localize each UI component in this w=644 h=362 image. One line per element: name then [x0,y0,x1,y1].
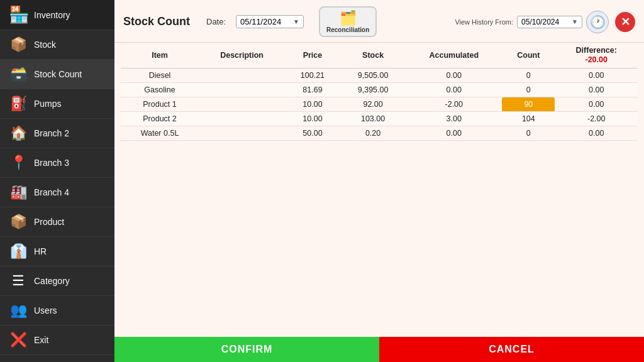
category-icon: ☰ [9,273,28,289]
history-date-input[interactable] [521,18,569,26]
stock-icon: 📦 [9,36,28,53]
history-date-dropdown-arrow[interactable]: ▼ [572,18,578,25]
sidebar-item-users[interactable]: 👥 Users [0,296,114,326]
page-title: Stock Count [123,15,190,28]
main-content: Stock Count Date: ▼ 🗂️ Reconciliation Vi… [114,0,644,362]
branch4-icon: 🏭 [9,184,28,200]
sidebar-item-branch4[interactable]: 🏭 Branch 4 [0,178,114,207]
stock-count-icon: 🗃️ [9,66,28,82]
reconciliation-button[interactable]: 🗂️ Reconciliation [319,6,377,37]
sidebar-item-label: Stock [34,40,56,50]
table-row: Gasoline81.699,395.000.0000.00 [121,83,638,97]
table-row: Water 0.5L50.000.200.0000.00 [121,126,638,141]
sidebar-app-name: Inventory [34,10,70,20]
stock-count-table: Item Description Price Stock Accumulated… [121,43,638,141]
sidebar-item-branch3[interactable]: 📍 Branch 3 [0,148,114,178]
footer: CONFIRM CANCEL [114,337,644,362]
sidebar-item-category[interactable]: ☰ Category [0,266,114,296]
table-row: Product 110.0092.00-2.00900.00 [121,97,638,112]
history-icon-button[interactable]: 🕐 [586,11,609,33]
sidebar-top: 🏪 Inventory [0,0,114,30]
col-item: Item [121,43,199,69]
history-label: View History From: [455,18,513,26]
branch3-icon: 📍 [9,155,28,171]
col-description: Description [199,43,285,69]
sidebar-item-stock[interactable]: 📦 Stock [0,30,114,60]
table-row: Product 210.00103.003.00104-2.00 [121,112,638,126]
sidebar-item-label: HR [34,246,47,256]
sidebar-item-label: Branch 4 [34,187,69,197]
history-section: View History From: ▼ 🕐 ✕ [455,11,635,33]
sidebar-item-label: Product [34,217,64,227]
confirm-button[interactable]: CONFIRM [114,337,379,362]
sidebar-item-label: Branch 2 [34,128,69,138]
users-icon: 👥 [9,302,28,319]
header: Stock Count Date: ▼ 🗂️ Reconciliation Vi… [114,0,644,43]
col-difference: Difference: -20.00 [555,43,638,69]
sidebar-item-product[interactable]: 📦 Product [0,207,114,237]
branch2-icon: 🏠 [9,125,28,141]
sidebar-item-exit[interactable]: ❌ Exit [0,326,114,355]
pumps-icon: ⛽ [9,96,28,112]
close-button[interactable]: ✕ [615,12,635,32]
date-dropdown-arrow[interactable]: ▼ [293,18,299,25]
table-area: Item Description Price Stock Accumulated… [114,43,644,337]
sidebar-item-label: Users [34,305,57,315]
sidebar: 🏪 Inventory 📦 Stock 🗃️ Stock Count ⛽ Pum… [0,0,114,362]
col-count: Count [502,43,555,69]
sidebar-item-label: Branch 3 [34,158,69,168]
sidebar-item-hr[interactable]: 👔 HR [0,237,114,266]
reconciliation-icon: 🗂️ [340,10,357,26]
date-input[interactable] [240,17,291,26]
history-date-wrap[interactable]: ▼ [517,16,582,28]
exit-icon: ❌ [9,332,28,348]
product-icon: 📦 [9,214,28,230]
reconciliation-label: Reconciliation [326,26,369,33]
col-stock: Stock [340,43,406,69]
sidebar-item-pumps[interactable]: ⛽ Pumps [0,89,114,119]
table-row: Diesel100.219,505.000.0000.00 [121,69,638,83]
cancel-button[interactable]: CANCEL [379,337,644,362]
date-input-wrap[interactable]: ▼ [236,15,304,28]
sidebar-item-stock-count[interactable]: 🗃️ Stock Count [0,60,114,89]
sidebar-item-branch2[interactable]: 🏠 Branch 2 [0,119,114,148]
date-label: Date: [206,17,226,26]
sidebar-item-label: Pumps [34,99,62,109]
col-price: Price [285,43,340,69]
sidebar-item-label: Category [34,276,70,286]
col-accumulated: Accumulated [406,43,502,69]
sidebar-item-label: Exit [34,335,48,345]
sidebar-item-label: Stock Count [34,69,82,79]
hr-icon: 👔 [9,243,28,260]
logo-icon: 🏪 [9,5,28,25]
